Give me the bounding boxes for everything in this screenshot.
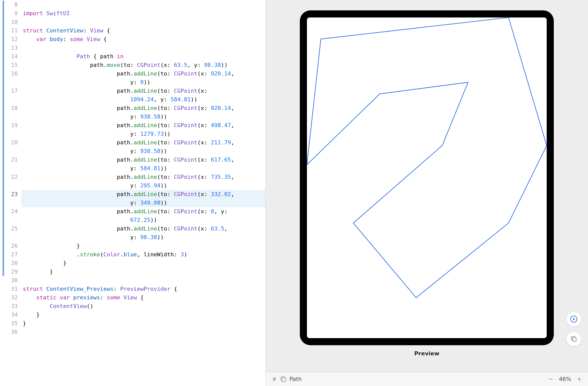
preview-canvas-area[interactable]: Preview [266, 0, 588, 372]
pin-button[interactable] [270, 375, 279, 384]
zoom-controls: 46% [546, 375, 584, 384]
minus-icon [548, 376, 554, 382]
preview-label: Preview [300, 350, 554, 357]
device-frame [300, 10, 554, 345]
play-icon [570, 315, 578, 323]
layers-button[interactable] [279, 375, 288, 384]
preview-bottom-bar: Path 46% [266, 372, 588, 386]
live-preview-button[interactable] [566, 312, 581, 327]
code-editor[interactable]: 8910111213141516171819202122232425262728… [0, 0, 265, 386]
device-screen [307, 17, 547, 338]
zoom-out-button[interactable] [546, 375, 555, 384]
svg-rect-4 [282, 378, 286, 381]
rectangles-icon [570, 335, 577, 342]
layers-icon [280, 376, 287, 382]
preview-pane: Preview [266, 0, 588, 386]
code-content[interactable]: import SwiftUI struct ContentView: View … [23, 0, 265, 386]
zoom-in-button[interactable] [575, 375, 584, 384]
zoom-level[interactable]: 46% [559, 376, 571, 382]
svg-rect-2 [573, 338, 576, 341]
pin-icon [271, 376, 277, 382]
path-render [307, 17, 547, 338]
change-bar [3, 1, 4, 276]
duplicate-preview-button[interactable] [566, 331, 581, 346]
breadcrumb-path[interactable]: Path [289, 376, 302, 382]
plus-icon [577, 376, 582, 382]
editor-pane: 8910111213141516171819202122232425262728… [0, 0, 266, 386]
